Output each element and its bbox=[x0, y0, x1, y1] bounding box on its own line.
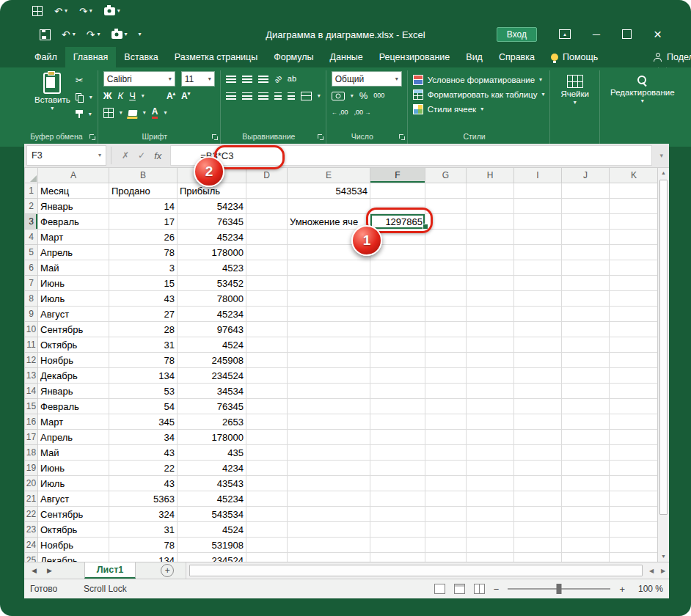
cell-J20[interactable] bbox=[562, 476, 610, 491]
cell-E15[interactable] bbox=[288, 399, 370, 414]
cell-B9[interactable]: 27 bbox=[109, 307, 178, 322]
cell-H7[interactable] bbox=[467, 276, 514, 291]
cell-A1[interactable]: Месяц bbox=[38, 183, 109, 199]
tab-insert[interactable]: Вставка bbox=[116, 47, 166, 67]
cell-D10[interactable] bbox=[246, 322, 288, 337]
cell-K17[interactable] bbox=[610, 430, 659, 445]
column-header-B[interactable]: B bbox=[109, 168, 178, 183]
italic-button[interactable]: К bbox=[118, 91, 124, 100]
cell-E23[interactable] bbox=[288, 522, 370, 538]
cell-G10[interactable] bbox=[425, 322, 467, 337]
copy-button[interactable] bbox=[76, 93, 84, 102]
cell-styles-button[interactable]: Стили ячеек▾ bbox=[413, 103, 545, 116]
cell-J1[interactable] bbox=[562, 183, 610, 199]
cell-C12[interactable]: 245908 bbox=[178, 353, 246, 368]
expand-formula-bar-button[interactable]: ▾ bbox=[654, 144, 669, 167]
cell-A4[interactable]: Март bbox=[38, 230, 109, 245]
cell-E1[interactable]: 543534 bbox=[288, 183, 370, 199]
row-header-6[interactable]: 6 bbox=[25, 260, 38, 276]
cell-K3[interactable] bbox=[610, 214, 659, 230]
cell-G3[interactable] bbox=[425, 214, 467, 230]
cell-I21[interactable] bbox=[514, 491, 562, 507]
cell-B22[interactable]: 324 bbox=[109, 507, 178, 522]
percent-format-button[interactable]: % bbox=[359, 91, 368, 100]
cell-F23[interactable] bbox=[370, 522, 425, 538]
cut-button[interactable]: ✂ bbox=[76, 76, 84, 85]
cell-B6[interactable]: 3 bbox=[109, 260, 178, 276]
tab-view[interactable]: Вид bbox=[458, 47, 491, 67]
select-all-button[interactable] bbox=[25, 168, 38, 183]
redo-button[interactable]: ↷▾ bbox=[87, 29, 100, 40]
row-header-7[interactable]: 7 bbox=[25, 276, 38, 291]
cell-I9[interactable] bbox=[514, 307, 562, 322]
previous-sheet-button[interactable]: ◀ bbox=[32, 567, 37, 574]
cell-F3[interactable]: 1297865 bbox=[370, 214, 425, 230]
cell-H15[interactable] bbox=[467, 399, 514, 414]
cell-E25[interactable] bbox=[288, 553, 370, 562]
cell-F16[interactable] bbox=[370, 414, 425, 430]
cell-G12[interactable] bbox=[425, 353, 467, 368]
cell-I16[interactable] bbox=[514, 414, 562, 430]
row-header-23[interactable]: 23 bbox=[25, 522, 38, 538]
cell-K11[interactable] bbox=[610, 337, 659, 353]
cell-D8[interactable] bbox=[246, 291, 288, 307]
cell-I1[interactable] bbox=[514, 183, 562, 199]
cell-J7[interactable] bbox=[562, 276, 610, 291]
cell-A13[interactable]: Декабрь bbox=[38, 368, 109, 384]
cell-D7[interactable] bbox=[246, 276, 288, 291]
font-size-select[interactable]: 11▾ bbox=[181, 71, 215, 87]
cell-D21[interactable] bbox=[246, 491, 288, 507]
clipboard-dialog-launcher[interactable] bbox=[89, 134, 95, 140]
decrease-decimal-button[interactable]: ,00 bbox=[354, 109, 371, 116]
cell-F22[interactable] bbox=[370, 507, 425, 522]
cell-G4[interactable] bbox=[425, 230, 467, 245]
cell-G9[interactable] bbox=[425, 307, 467, 322]
chevron-down-icon[interactable]: ▾ bbox=[318, 93, 321, 99]
cell-D13[interactable] bbox=[246, 368, 288, 384]
cell-F10[interactable] bbox=[370, 322, 425, 337]
formula-input[interactable]: =B3*C3 bbox=[170, 145, 652, 166]
cell-E22[interactable] bbox=[288, 507, 370, 522]
redo-small-button[interactable]: ↷▾ bbox=[79, 7, 92, 16]
column-header-H[interactable]: H bbox=[467, 168, 514, 183]
cell-I11[interactable] bbox=[514, 337, 562, 353]
cell-D17[interactable] bbox=[246, 430, 288, 445]
cell-H16[interactable] bbox=[467, 414, 514, 430]
cell-A14[interactable]: Январь bbox=[38, 384, 109, 399]
format-as-table-button[interactable]: Форматировать как таблицу▾ bbox=[413, 88, 545, 101]
cell-G7[interactable] bbox=[425, 276, 467, 291]
cell-A7[interactable]: Июнь bbox=[38, 276, 109, 291]
cell-D12[interactable] bbox=[246, 353, 288, 368]
cell-J6[interactable] bbox=[562, 260, 610, 276]
cell-F25[interactable] bbox=[370, 553, 425, 562]
zoom-slider-handle[interactable] bbox=[557, 584, 562, 594]
cell-I22[interactable] bbox=[514, 507, 562, 522]
row-header-2[interactable]: 2 bbox=[25, 199, 38, 214]
cell-B14[interactable]: 53 bbox=[109, 384, 178, 399]
cell-D15[interactable] bbox=[246, 399, 288, 414]
underline-button[interactable]: Ч bbox=[129, 91, 136, 100]
page-break-view-button[interactable] bbox=[474, 584, 485, 594]
cell-H13[interactable] bbox=[467, 368, 514, 384]
cell-H8[interactable] bbox=[467, 291, 514, 307]
cell-I3[interactable] bbox=[514, 214, 562, 230]
chevron-down-icon[interactable]: ▾ bbox=[351, 93, 354, 99]
cell-K1[interactable] bbox=[610, 183, 659, 199]
cell-A8[interactable]: Июль bbox=[38, 291, 109, 307]
cell-D22[interactable] bbox=[246, 507, 288, 522]
cell-A12[interactable]: Ноябрь bbox=[38, 353, 109, 368]
cell-K9[interactable] bbox=[610, 307, 659, 322]
cell-E9[interactable] bbox=[288, 307, 370, 322]
cell-E6[interactable] bbox=[288, 260, 370, 276]
cancel-entry-button[interactable]: ✗ bbox=[122, 150, 129, 161]
app-grid-icon[interactable] bbox=[32, 6, 43, 16]
row-header-1[interactable]: 1 bbox=[25, 183, 38, 199]
orientation-button[interactable]: ab bbox=[273, 73, 283, 84]
row-header-16[interactable]: 16 bbox=[25, 414, 38, 430]
cell-A2[interactable]: Январь bbox=[38, 199, 109, 214]
row-header-13[interactable]: 13 bbox=[25, 368, 38, 384]
cell-G2[interactable] bbox=[425, 199, 467, 214]
align-bottom-button[interactable] bbox=[258, 76, 268, 83]
format-painter-button[interactable] bbox=[76, 110, 83, 119]
row-header-14[interactable]: 14 bbox=[25, 384, 38, 399]
